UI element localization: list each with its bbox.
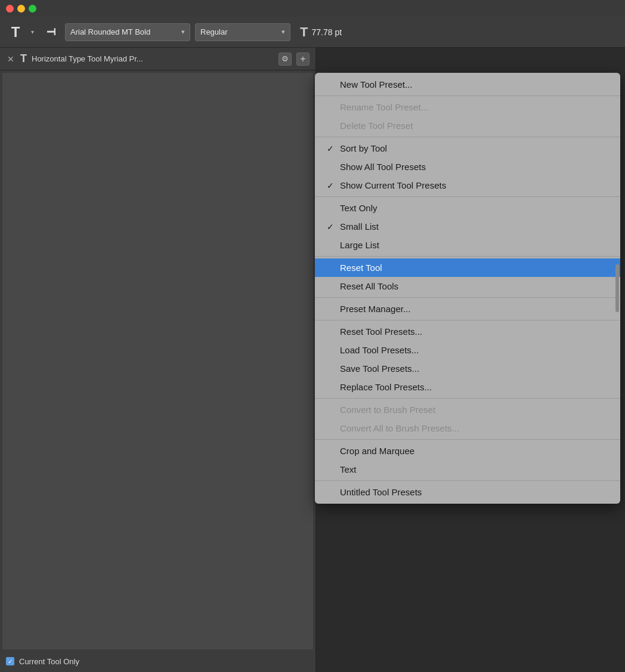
menu-item-rename-tool-preset: Rename Tool Preset... bbox=[315, 98, 620, 116]
separator-separator7 bbox=[315, 398, 620, 399]
menu-label-reset-all-tools: Reset All Tools bbox=[340, 281, 608, 291]
font-style-value: Regular bbox=[200, 27, 228, 36]
menu-label-replace-tool-presets: Replace Tool Presets... bbox=[340, 382, 608, 392]
panel-area: ✕ T Horizontal Type Tool Myriad Pr... ⚙ … bbox=[0, 48, 625, 672]
tool-preset-panel: ✕ T Horizontal Type Tool Myriad Pr... ⚙ … bbox=[0, 48, 316, 672]
menu-label-load-tool-presets: Load Tool Presets... bbox=[340, 345, 608, 355]
separator-separator3 bbox=[315, 196, 620, 197]
separator-separator5 bbox=[315, 297, 620, 298]
menu-item-show-all-tool-presets[interactable]: Show All Tool Presets bbox=[315, 158, 620, 176]
font-family-arrow: ▾ bbox=[181, 28, 185, 36]
menu-label-small-list: Small List bbox=[340, 221, 608, 232]
panel-title: Horizontal Type Tool Myriad Pr... bbox=[32, 54, 274, 63]
checkbox-checkmark: ✓ bbox=[8, 658, 13, 665]
current-tool-only-label: Current Tool Only bbox=[19, 657, 79, 666]
font-family-value: Arial Rounded MT Bold bbox=[70, 27, 150, 36]
menu-label-convert-all-to-brush: Convert All to Brush Presets... bbox=[340, 423, 608, 433]
type-tool-icon: T bbox=[11, 24, 20, 41]
type-tool-button[interactable]: T bbox=[6, 23, 25, 42]
menu-label-preset-manager: Preset Manager... bbox=[340, 304, 608, 314]
menu-item-crop-and-marquee[interactable]: Crop and Marquee bbox=[315, 442, 620, 460]
menu-item-show-current-tool-presets[interactable]: ✓Show Current Tool Presets bbox=[315, 176, 620, 195]
separator-separator8 bbox=[315, 439, 620, 440]
menu-label-rename-tool-preset: Rename Tool Preset... bbox=[340, 102, 608, 112]
vertical-type-icon: T bbox=[44, 28, 58, 35]
font-size-value: 77.78 pt bbox=[311, 27, 342, 37]
menu-label-sort-by-tool: Sort by Tool bbox=[340, 143, 608, 153]
separator-separator4 bbox=[315, 256, 620, 257]
title-bar bbox=[0, 0, 625, 17]
panel-type-icon: T bbox=[20, 53, 27, 65]
type-tool-arrow: ▾ bbox=[31, 29, 34, 35]
menu-label-reset-tool-presets: Reset Tool Presets... bbox=[340, 326, 608, 337]
menu-item-small-list[interactable]: ✓Small List bbox=[315, 217, 620, 236]
font-size-icon: T bbox=[300, 24, 308, 40]
menu-item-text-only[interactable]: Text Only bbox=[315, 199, 620, 217]
preset-list-area bbox=[2, 73, 313, 649]
menu-label-text-only: Text Only bbox=[340, 203, 608, 213]
gear-icon: ⚙ bbox=[281, 54, 289, 63]
menu-item-sort-by-tool[interactable]: ✓Sort by Tool bbox=[315, 139, 620, 158]
separator-separator2 bbox=[315, 137, 620, 137]
panel-header: ✕ T Horizontal Type Tool Myriad Pr... ⚙ … bbox=[0, 48, 315, 70]
menu-item-text[interactable]: Text bbox=[315, 460, 620, 479]
menu-label-reset-tool: Reset Tool bbox=[340, 263, 608, 273]
font-style-arrow: ▾ bbox=[281, 28, 285, 36]
checkmark-show-current-tool-presets: ✓ bbox=[327, 181, 336, 190]
minimize-button[interactable] bbox=[17, 5, 25, 13]
context-menu: New Tool Preset...Rename Tool Preset...D… bbox=[315, 73, 620, 504]
menu-item-convert-all-to-brush: Convert All to Brush Presets... bbox=[315, 419, 620, 437]
menu-scrollbar[interactable] bbox=[615, 264, 619, 312]
menu-item-load-tool-presets[interactable]: Load Tool Presets... bbox=[315, 341, 620, 359]
menu-label-convert-to-brush: Convert to Brush Preset bbox=[340, 405, 608, 415]
current-tool-only-checkbox[interactable]: ✓ bbox=[6, 657, 14, 665]
menu-item-convert-to-brush: Convert to Brush Preset bbox=[315, 400, 620, 419]
menu-item-preset-manager[interactable]: Preset Manager... bbox=[315, 300, 620, 318]
menu-label-delete-tool-preset: Delete Tool Preset bbox=[340, 121, 608, 131]
traffic-lights bbox=[6, 5, 36, 13]
menu-item-new-tool-preset[interactable]: New Tool Preset... bbox=[315, 75, 620, 94]
menu-item-reset-tool-presets[interactable]: Reset Tool Presets... bbox=[315, 322, 620, 341]
add-icon: + bbox=[300, 54, 305, 64]
menu-item-delete-tool-preset: Delete Tool Preset bbox=[315, 116, 620, 135]
menu-label-show-current-tool-presets: Show Current Tool Presets bbox=[340, 180, 608, 190]
menu-item-reset-tool[interactable]: Reset Tool bbox=[315, 258, 620, 277]
panel-footer: ✓ Current Tool Only bbox=[0, 651, 315, 672]
font-family-dropdown[interactable]: Arial Rounded MT Bold ▾ bbox=[65, 23, 190, 41]
separator-separator9 bbox=[315, 480, 620, 481]
close-icon: ✕ bbox=[7, 54, 14, 64]
panel-close-button[interactable]: ✕ bbox=[6, 54, 16, 64]
menu-label-large-list: Large List bbox=[340, 240, 608, 250]
panel-gear-button[interactable]: ⚙ bbox=[279, 53, 292, 66]
font-style-dropdown[interactable]: Regular ▾ bbox=[195, 23, 290, 41]
menu-item-large-list[interactable]: Large List bbox=[315, 236, 620, 254]
checkmark-sort-by-tool: ✓ bbox=[327, 144, 336, 153]
separator-separator1 bbox=[315, 95, 620, 96]
top-toolbar: T ▾ T Arial Rounded MT Bold ▾ Regular ▾ … bbox=[0, 17, 625, 48]
close-button[interactable] bbox=[6, 5, 14, 13]
menu-item-untitled-tool-presets[interactable]: Untitled Tool Presets bbox=[315, 483, 620, 501]
separator-separator6 bbox=[315, 320, 620, 320]
checkmark-small-list: ✓ bbox=[327, 222, 336, 232]
menu-label-crop-and-marquee: Crop and Marquee bbox=[340, 446, 608, 456]
menu-label-save-tool-presets: Save Tool Presets... bbox=[340, 363, 608, 374]
menu-item-replace-tool-presets[interactable]: Replace Tool Presets... bbox=[315, 378, 620, 396]
menu-label-new-tool-preset: New Tool Preset... bbox=[340, 79, 608, 90]
font-size-button[interactable]: T 77.78 pt bbox=[300, 24, 342, 40]
menu-label-untitled-tool-presets: Untitled Tool Presets bbox=[340, 487, 608, 497]
menu-label-text: Text bbox=[340, 464, 608, 474]
vertical-type-tool-button[interactable]: T bbox=[41, 23, 60, 42]
menu-item-reset-all-tools[interactable]: Reset All Tools bbox=[315, 277, 620, 295]
menu-item-save-tool-presets[interactable]: Save Tool Presets... bbox=[315, 359, 620, 378]
panel-add-button[interactable]: + bbox=[296, 53, 310, 66]
maximize-button[interactable] bbox=[29, 5, 36, 13]
menu-label-show-all-tool-presets: Show All Tool Presets bbox=[340, 162, 608, 172]
